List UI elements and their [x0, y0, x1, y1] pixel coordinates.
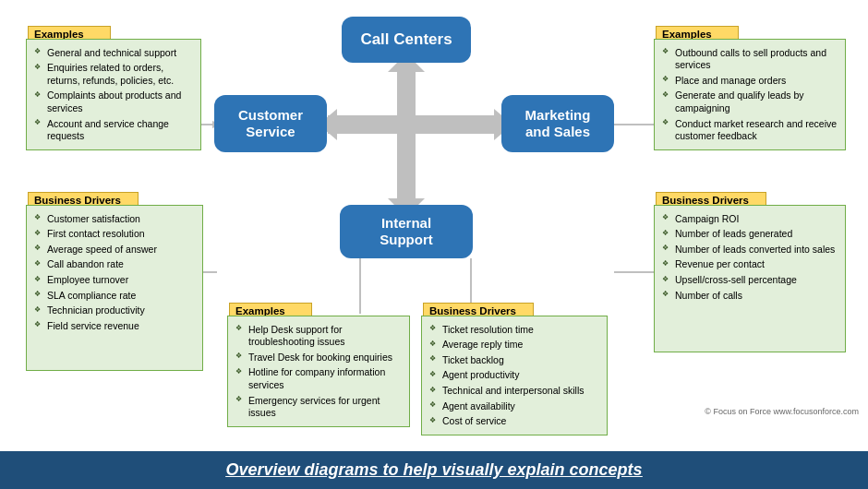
marketing-sales-label: Marketingand Sales — [525, 107, 591, 140]
footer-suffix: to help visually explain concepts — [379, 460, 643, 479]
list-item: Conduct market research and receive cust… — [662, 116, 838, 144]
list-item: Help Desk support for troubleshooting is… — [235, 322, 402, 350]
list-item: First contact resolution — [34, 227, 195, 243]
list-item: Enquiries related to orders, returns, re… — [34, 61, 193, 89]
bottom-drivers-box: Ticket resolution time Average reply tim… — [421, 316, 608, 435]
list-item: Field service revenue — [34, 318, 195, 334]
list-item: Number of leads generated — [662, 227, 838, 243]
call-centers-label: Call Centers — [360, 30, 452, 49]
list-item: Upsell/cross-sell percentage — [662, 273, 838, 289]
list-item: Emergency services for urgent issues — [235, 393, 402, 421]
list-item: Place and manage orders — [662, 73, 838, 89]
list-item: Cost of service — [429, 414, 599, 430]
bottom-drivers-list: Ticket resolution time Average reply tim… — [429, 322, 599, 429]
list-item: Average speed of answer — [34, 242, 195, 257]
internal-support-box: InternalSupport — [340, 205, 473, 258]
list-item: Employee turnover — [34, 273, 195, 289]
list-item: Account and service change requests — [34, 116, 193, 144]
list-item: Ticket backlog — [429, 352, 599, 368]
marketing-sales-box: Marketingand Sales — [501, 95, 614, 152]
list-item: Agent availability — [429, 399, 599, 414]
list-item: SLA compliance rate — [34, 288, 195, 304]
list-item: Number of leads converted into sales — [662, 242, 838, 257]
list-item: Revenue per contact — [662, 257, 838, 273]
customer-service-box: CustomerService — [214, 95, 327, 152]
footer-text: Overview diagrams to help visually expla… — [225, 460, 642, 479]
footer-underline: Overview diagrams — [225, 460, 378, 479]
diagram-area: Call Centers CustomerService Marketingan… — [0, 0, 868, 451]
list-item: Ticket resolution time — [429, 322, 599, 338]
left-examples-list: General and technical support Enquiries … — [34, 45, 193, 144]
left-drivers-list: Customer satisfaction First contact reso… — [34, 211, 195, 334]
main-container: Call Centers CustomerService Marketingan… — [0, 0, 868, 489]
customer-service-label: CustomerService — [238, 107, 303, 140]
list-item: Average reply time — [429, 338, 599, 353]
bottom-examples-list: Help Desk support for troubleshooting is… — [235, 322, 402, 421]
bottom-examples-box: Help Desk support for troubleshooting is… — [227, 316, 410, 427]
left-drivers-box: Customer satisfaction First contact reso… — [26, 205, 203, 371]
list-item: Agent productivity — [429, 368, 599, 384]
right-examples-list: Outbound calls to sell products and serv… — [662, 45, 838, 144]
list-item: Travel Desk for booking enquiries — [235, 350, 402, 365]
internal-support-label: InternalSupport — [380, 215, 433, 248]
right-drivers-box: Campaign ROI Number of leads generated N… — [654, 205, 846, 352]
list-item: Technician productivity — [34, 304, 195, 319]
call-centers-box: Call Centers — [342, 17, 471, 63]
list-item: Complaints about products and services — [34, 89, 193, 116]
list-item: Customer satisfaction — [34, 211, 195, 227]
list-item: Call abandon rate — [34, 257, 195, 273]
list-item: Hotline for company information services — [235, 365, 402, 393]
list-item: General and technical support — [34, 45, 193, 61]
list-item: Outbound calls to sell products and serv… — [662, 45, 838, 73]
list-item: Technical and interpersonal skills — [429, 384, 599, 400]
list-item: Number of calls — [662, 288, 838, 304]
right-examples-box: Outbound calls to sell products and serv… — [654, 39, 846, 150]
list-item: Generate and qualify leads by campaignin… — [662, 89, 838, 116]
left-examples-box: General and technical support Enquiries … — [26, 39, 201, 150]
footer-bar: Overview diagrams to help visually expla… — [0, 451, 868, 489]
list-item: Campaign ROI — [662, 211, 838, 227]
right-drivers-list: Campaign ROI Number of leads generated N… — [662, 211, 838, 304]
